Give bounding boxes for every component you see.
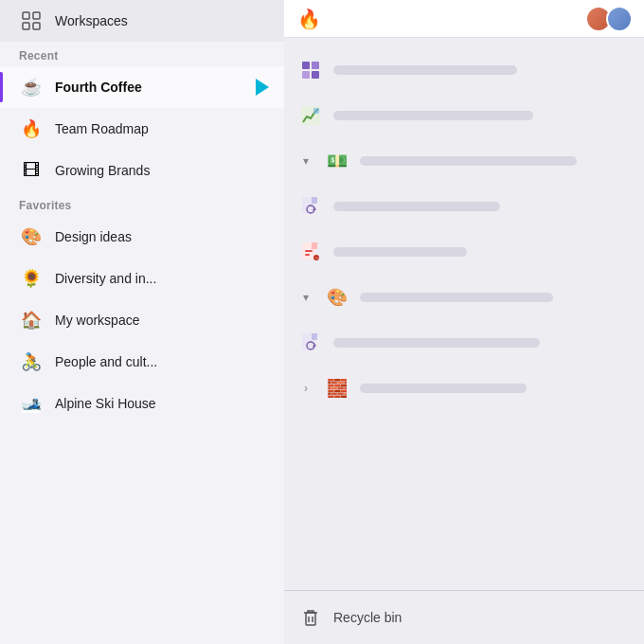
file-bar-3 (360, 156, 577, 166)
coffee-icon: ☕ (19, 75, 44, 99)
sidebar-item-design-ideas[interactable]: 🎨 Design ideas (0, 216, 284, 258)
file-icon-1 (297, 57, 324, 83)
file-bar-4 (333, 202, 500, 211)
recycle-bin-label: Recycle bin (333, 610, 402, 625)
file-row-1[interactable] (284, 47, 644, 93)
file-row-3[interactable]: ▾ 💵 (284, 138, 644, 184)
sunflower-icon: 🌻 (19, 266, 44, 291)
sidebar-item-my-workspace[interactable]: 🏠 My workspace (0, 299, 284, 341)
favorites-section-label: Favorites (0, 191, 284, 216)
svg-rect-11 (312, 197, 317, 204)
file-bar-1 (333, 65, 517, 75)
recycle-bin-icon (297, 604, 324, 631)
svg-rect-4 (302, 62, 310, 69)
my-workspace-label: My workspace (55, 313, 139, 328)
svg-rect-1 (33, 12, 40, 19)
workspaces-item[interactable]: Workspaces (0, 0, 284, 42)
svg-rect-9 (313, 108, 319, 114)
svg-rect-14 (312, 242, 317, 249)
svg-rect-5 (312, 62, 319, 69)
content-fire-icon: 🔥 (295, 6, 322, 32)
svg-rect-6 (302, 71, 310, 79)
svg-rect-22 (306, 613, 315, 625)
house-icon: 🏠 (19, 308, 44, 332)
file-bar-7 (333, 338, 540, 348)
sidebar-item-alpine-ski[interactable]: 🎿 Alpine Ski House (0, 383, 284, 424)
svg-rect-20 (312, 333, 317, 340)
file-icon-3: 💵 (324, 148, 350, 174)
file-row-8[interactable]: › 🧱 (284, 366, 644, 411)
top-bar: 🔥 (284, 0, 644, 38)
avatar-group (585, 6, 633, 32)
sidebar-item-growing-brands[interactable]: 🎞 Growing Brands (0, 150, 284, 191)
diversity-label: Diversity and in... (55, 271, 156, 286)
svg-rect-16 (305, 254, 310, 256)
file-row-6[interactable]: ▾ 🎨 (284, 275, 644, 320)
file-icon-8: 🧱 (324, 375, 350, 402)
svg-rect-0 (23, 12, 29, 19)
file-bar-5 (333, 247, 467, 257)
growing-brands-label: Growing Brands (55, 163, 150, 178)
film-icon: 🎞 (19, 158, 44, 183)
file-row-2[interactable] (284, 93, 644, 138)
workspaces-label: Workspaces (55, 13, 128, 28)
workspaces-icon (19, 9, 44, 33)
chevron-down-icon-3[interactable]: ▾ (297, 152, 314, 170)
svg-rect-2 (23, 23, 29, 29)
active-arrow-indicator (256, 79, 269, 96)
file-list: ▾ 💵 (284, 38, 644, 590)
people-label: People and cult... (55, 354, 157, 369)
bike-icon: 🚴 (19, 349, 44, 374)
file-bar-2 (333, 111, 533, 120)
recent-section-label: Recent (0, 42, 284, 66)
sidebar-item-diversity[interactable]: 🌻 Diversity and in... (0, 258, 284, 299)
sidebar-item-fourth-coffee[interactable]: ☕ Fourth Coffee (0, 66, 284, 108)
ski-icon: 🎿 (19, 391, 44, 416)
svg-rect-15 (305, 250, 313, 252)
file-icon-7 (297, 330, 324, 356)
file-icon-2 (297, 102, 324, 129)
svg-rect-7 (312, 71, 319, 79)
sidebar-item-people[interactable]: 🚴 People and cult... (0, 341, 284, 383)
file-bar-8 (360, 384, 527, 393)
content-area: 🔥 (284, 0, 644, 644)
file-row-7[interactable] (284, 320, 644, 366)
sidebar-item-team-roadmap[interactable]: 🔥 Team Roadmap (0, 108, 284, 150)
file-row-5[interactable]: ↔ (284, 229, 644, 275)
design-ideas-label: Design ideas (55, 229, 132, 244)
chevron-right-icon-8[interactable]: › (297, 380, 314, 397)
file-icon-4 (297, 193, 324, 220)
alpine-ski-label: Alpine Ski House (55, 396, 156, 411)
fire-icon: 🔥 (19, 116, 44, 141)
file-icon-5: ↔ (297, 239, 324, 265)
svg-rect-3 (33, 23, 40, 29)
fourth-coffee-label: Fourth Coffee (55, 80, 142, 95)
file-row-4[interactable] (284, 184, 644, 229)
file-icon-6: 🎨 (324, 284, 350, 311)
file-bar-6 (360, 293, 553, 302)
sidebar: Workspaces Recent ☕ Fourth Coffee 🔥 Team… (0, 0, 284, 644)
recycle-bin-row[interactable]: Recycle bin (284, 590, 644, 644)
chevron-down-icon-6[interactable]: ▾ (297, 289, 314, 306)
avatar-2 (606, 6, 633, 32)
palette-icon: 🎨 (19, 224, 44, 249)
team-roadmap-label: Team Roadmap (55, 121, 149, 136)
svg-text:↔: ↔ (315, 255, 320, 260)
